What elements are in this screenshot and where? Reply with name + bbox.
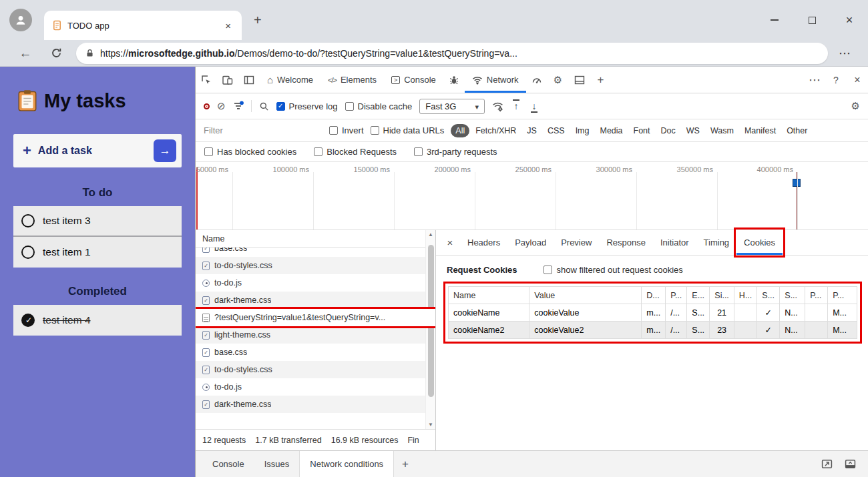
- detail-tab-cookies[interactable]: Cookies: [736, 230, 783, 255]
- cookie-column-header[interactable]: D...: [642, 287, 666, 304]
- throttling-select[interactable]: Fast 3G: [419, 99, 485, 114]
- devtools-close-button[interactable]: [847, 67, 868, 93]
- detail-tab-payload[interactable]: Payload: [507, 230, 554, 255]
- detail-tab-headers[interactable]: Headers: [460, 230, 507, 255]
- address-bar[interactable]: https://microsoftedge.github.io/Demos/de…: [76, 43, 828, 64]
- cookie-column-header[interactable]: S...: [757, 287, 780, 304]
- disable-cache-checkbox[interactable]: [345, 102, 354, 111]
- cookie-row[interactable]: cookieNamecookieValuem.../...S...21✓N...…: [449, 304, 857, 322]
- request-row[interactable]: ?testQueryString=value1&testQueryString=…: [196, 309, 435, 326]
- export-har-icon[interactable]: [511, 101, 521, 111]
- new-tab-button[interactable]: [254, 13, 262, 28]
- name-column-header[interactable]: Name: [196, 230, 435, 248]
- invert-checkbox[interactable]: [329, 126, 338, 135]
- request-row[interactable]: dark-theme.css: [196, 396, 435, 413]
- drawer-add-tab-button[interactable]: [402, 458, 409, 471]
- cookie-row[interactable]: cookieName2cookieValue2m.../...S...23✓N.…: [449, 322, 857, 339]
- settings-gear-button[interactable]: [548, 67, 569, 93]
- request-row[interactable]: light-theme.css: [196, 326, 435, 344]
- dock-to-bottom-icon[interactable]: [821, 458, 833, 470]
- request-marker[interactable]: [793, 179, 801, 187]
- third-party-checkbox[interactable]: [414, 147, 423, 156]
- request-row[interactable]: to-do-styles.css: [196, 361, 435, 378]
- filter-pill-wasm[interactable]: Wasm: [706, 124, 738, 137]
- detail-tab-timing[interactable]: Timing: [696, 230, 737, 255]
- maximize-button[interactable]: [793, 7, 831, 33]
- filter-input[interactable]: [204, 125, 322, 135]
- search-button[interactable]: [259, 101, 269, 111]
- network-conditions-button[interactable]: [492, 101, 503, 112]
- todo-item[interactable]: test item 3: [13, 206, 182, 237]
- completed-item[interactable]: test item 4: [13, 305, 182, 336]
- request-row[interactable]: to-do.js: [196, 274, 435, 292]
- clear-icon[interactable]: [217, 100, 226, 112]
- todo-item[interactable]: test item 1: [13, 237, 182, 268]
- filter-pill-media[interactable]: Media: [595, 124, 627, 137]
- tab-welcome[interactable]: Welcome: [260, 67, 320, 93]
- cookie-column-header[interactable]: P...: [666, 287, 687, 304]
- tab-close-icon[interactable]: [222, 20, 234, 31]
- cookie-column-header[interactable]: Value: [529, 287, 642, 304]
- preserve-log-checkbox[interactable]: [276, 102, 285, 111]
- detail-tab-initiator[interactable]: Initiator: [653, 230, 696, 255]
- issues-bug-button[interactable]: [443, 67, 465, 93]
- filter-pill-ws[interactable]: WS: [682, 124, 704, 137]
- filter-pill-fetch-xhr[interactable]: Fetch/XHR: [471, 124, 521, 137]
- request-row[interactable]: base.css: [196, 248, 435, 257]
- cookie-column-header[interactable]: P...: [805, 287, 828, 304]
- filter-pill-js[interactable]: JS: [522, 124, 541, 137]
- unchecked-circle-icon[interactable]: [21, 214, 35, 227]
- panel-layout-button[interactable]: [238, 67, 260, 93]
- show-filtered-checkbox[interactable]: [544, 266, 552, 274]
- filter-pill-css[interactable]: CSS: [543, 124, 570, 137]
- scroll-down-icon[interactable]: [426, 422, 435, 428]
- scrollbar[interactable]: [425, 230, 435, 429]
- drawer-tab-issues[interactable]: Issues: [254, 451, 300, 477]
- lock-icon[interactable]: [85, 48, 94, 58]
- network-settings-gear-icon[interactable]: [851, 100, 860, 112]
- filter-pill-all[interactable]: All: [451, 124, 469, 137]
- device-toolbar-button[interactable]: [217, 67, 238, 93]
- refresh-button[interactable]: [48, 47, 64, 59]
- minimize-button[interactable]: [756, 7, 793, 33]
- record-button[interactable]: [204, 103, 210, 109]
- filter-pill-other[interactable]: Other: [782, 124, 812, 137]
- filter-pill-img[interactable]: Img: [571, 124, 594, 137]
- cookie-column-header[interactable]: Name: [449, 287, 529, 304]
- filter-pill-manifest[interactable]: Manifest: [740, 124, 781, 137]
- detail-tab-response[interactable]: Response: [599, 230, 653, 255]
- import-har-icon[interactable]: [529, 101, 539, 111]
- request-row[interactable]: base.css: [196, 344, 435, 361]
- checked-circle-icon[interactable]: [21, 314, 35, 327]
- cookie-column-header[interactable]: H...: [734, 287, 756, 304]
- cookie-column-header[interactable]: E...: [687, 287, 710, 304]
- network-timeline[interactable]: 50000 ms100000 ms150000 ms200000 ms25000…: [196, 162, 868, 230]
- window-close-button[interactable]: [831, 7, 868, 33]
- request-row[interactable]: dark-theme.css: [196, 292, 435, 309]
- detail-tab-preview[interactable]: Preview: [554, 230, 599, 255]
- more-tools-button[interactable]: [590, 67, 612, 93]
- back-button[interactable]: [17, 46, 33, 61]
- hide-data-urls-checkbox[interactable]: [371, 126, 379, 135]
- request-row[interactable]: to-do.js: [196, 378, 435, 396]
- performance-button[interactable]: [526, 67, 548, 93]
- devtools-menu-button[interactable]: [804, 67, 825, 93]
- scroll-up-icon[interactable]: [426, 231, 435, 237]
- profile-avatar[interactable]: [9, 9, 32, 31]
- filter-pill-font[interactable]: Font: [629, 124, 655, 137]
- add-task-button[interactable]: Add a task: [13, 134, 182, 167]
- close-details-icon[interactable]: [440, 237, 460, 248]
- cookie-column-header[interactable]: P...: [828, 287, 857, 304]
- filter-toggle-button[interactable]: [233, 101, 244, 111]
- tab-network[interactable]: Network: [465, 67, 526, 93]
- drawer-tab-network-conditions[interactable]: Network conditions: [299, 451, 394, 477]
- cookie-column-header[interactable]: S...: [780, 287, 805, 304]
- inspect-button[interactable]: [196, 67, 217, 93]
- cookie-column-header[interactable]: Si...: [710, 287, 734, 304]
- layout-dock-button[interactable]: [569, 67, 590, 93]
- blocked-requests-checkbox[interactable]: [314, 147, 322, 156]
- tab-console[interactable]: Console: [384, 67, 443, 93]
- filter-pill-doc[interactable]: Doc: [656, 124, 680, 137]
- submit-task-button[interactable]: [154, 139, 176, 162]
- has-blocked-cookies-checkbox[interactable]: [204, 147, 213, 156]
